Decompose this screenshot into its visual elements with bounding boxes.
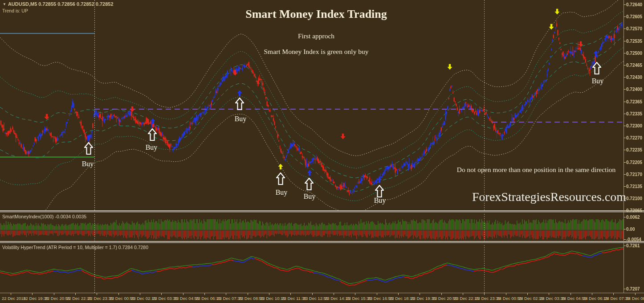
price-axis[interactable]: 0.72640 0.72605 0.72570 0.72535 0.72500 … <box>624 0 644 293</box>
axis-tick <box>624 77 626 78</box>
buy-outline-arrow <box>84 142 93 155</box>
price-axis-label: -0.0054 <box>626 237 641 242</box>
signal-arrow-blue-up <box>377 177 382 183</box>
axis-tick <box>624 114 626 114</box>
axis-tick <box>248 293 248 295</box>
axis-tick <box>527 293 528 295</box>
price-axis-label: 0.72400 <box>626 87 642 92</box>
axis-tick <box>312 293 313 295</box>
axis-tick <box>624 210 626 211</box>
axis-tick <box>624 138 626 138</box>
signal-arrow-red-down <box>340 134 346 139</box>
signal-arrow-red-down <box>232 70 238 76</box>
price-axis-label: 0.72170 <box>626 172 642 177</box>
signal-arrow-blue-up <box>307 170 312 176</box>
signal-arrow-red-down <box>578 41 583 47</box>
axis-tick <box>118 293 119 295</box>
axis-tick <box>549 293 549 295</box>
axis-tick <box>441 293 442 295</box>
axis-tick <box>624 102 626 102</box>
axis-tick <box>624 174 626 175</box>
axis-tick <box>624 53 626 53</box>
axis-tick <box>624 41 626 41</box>
day-separator-line <box>484 0 485 293</box>
axis-tick <box>140 293 140 295</box>
price-axis-label: 0.72300 <box>626 123 642 128</box>
axis-tick <box>463 293 463 295</box>
buy-label: Buy <box>592 77 604 85</box>
axis-tick <box>624 89 626 90</box>
axis-tick <box>624 217 626 217</box>
axis-tick <box>571 293 571 295</box>
signal-arrow-red-down <box>130 106 135 112</box>
signal-arrow-blue-up <box>237 90 242 96</box>
buy-label: Buy <box>235 115 247 123</box>
signal-arrow-yellow-up <box>278 164 283 170</box>
trend-status-text: Trend is: UP <box>2 8 28 13</box>
axis-tick <box>32 293 33 295</box>
price-axis-label: 0.7261 <box>626 243 640 248</box>
buy-label: Buy <box>374 197 386 205</box>
price-axis-label: 0.72500 <box>626 51 642 56</box>
chart-title: Smart Money Index Trading <box>245 8 387 21</box>
price-axis-label: 0.72570 <box>626 26 642 31</box>
axis-tick <box>624 29 626 29</box>
axis-tick <box>269 293 269 295</box>
buy-label: Buy <box>146 143 158 152</box>
axis-tick <box>624 126 626 126</box>
axis-tick <box>420 293 420 295</box>
price-axis-label: 0.72430 <box>626 75 642 80</box>
panel-divider[interactable] <box>0 210 644 213</box>
axis-tick <box>11 293 11 295</box>
axis-tick <box>635 293 636 295</box>
axis-tick <box>624 198 626 199</box>
buy-outline-arrow <box>375 185 384 197</box>
axis-tick <box>377 293 377 295</box>
time-axis-label: 24 Dec 08:55 <box>626 296 644 301</box>
axis-tick <box>54 293 54 295</box>
buy-label: Buy <box>276 188 288 197</box>
axis-tick <box>624 246 626 246</box>
price-axis-label: 0.72100 <box>626 196 642 201</box>
time-axis-label: 22 Dec 2015 <box>2 296 26 301</box>
vht-indicator-label: Volatility HyperTrend (ATR Period = 10, … <box>2 245 148 250</box>
symbol-dropdown-icon[interactable]: ▼ <box>3 2 6 6</box>
price-axis-label: 0.72535 <box>626 39 642 44</box>
axis-tick <box>624 16 626 17</box>
axis-tick <box>183 293 183 295</box>
axis-tick <box>624 162 626 163</box>
axis-tick <box>506 293 506 295</box>
price-axis-label: 0.72605 <box>626 14 642 19</box>
buy-outline-arrow <box>305 178 314 190</box>
price-axis-label: 0.72270 <box>626 135 642 140</box>
horizontal-line-object <box>94 109 474 110</box>
price-axis-label: 0.00 <box>626 227 635 232</box>
axis-tick <box>592 293 592 295</box>
mt4-chart-window: BuyBuyBuyBuyBuyBuyBuy ▼AUDUSD,M5 0.72855… <box>0 0 644 303</box>
signal-arrow-yellow-down <box>554 9 560 15</box>
time-axis[interactable]: 22 Dec 2015 22 Dec 19:35 22 Dec 20:55 22… <box>0 293 644 303</box>
axis-tick <box>624 150 626 150</box>
symbol-info-row: ▼AUDUSD,M5 0.72855 0.72856 0.72852 0.728… <box>3 1 114 7</box>
buy-outline-arrow <box>148 128 157 141</box>
smi-indicator-label: SmartMoneyIndex(1000) -0.0034 0.0035 <box>2 214 86 219</box>
axis-tick <box>226 293 226 295</box>
axis-tick <box>75 293 76 295</box>
watermark-text: ForexStrategiesResources.com <box>472 190 626 204</box>
panel-divider[interactable] <box>0 241 644 244</box>
buy-label: Buy <box>82 160 94 168</box>
axis-tick <box>624 289 626 289</box>
price-axis-label: 0.72135 <box>626 184 642 189</box>
price-axis-label: 0.72365 <box>626 99 642 104</box>
axis-tick <box>624 4 626 5</box>
price-axis-label: 0.72640 <box>626 2 642 7</box>
buy-label: Buy <box>304 192 316 201</box>
signal-arrow-blue-up <box>86 135 92 140</box>
axis-tick <box>624 229 626 229</box>
signal-arrow-red-down <box>44 114 49 120</box>
volatility-hypertrend-canvas[interactable] <box>0 243 624 293</box>
signal-arrow-yellow-down <box>447 64 452 70</box>
smart-money-index-canvas[interactable] <box>0 213 624 241</box>
axis-tick <box>624 186 626 187</box>
axis-tick <box>204 293 205 295</box>
